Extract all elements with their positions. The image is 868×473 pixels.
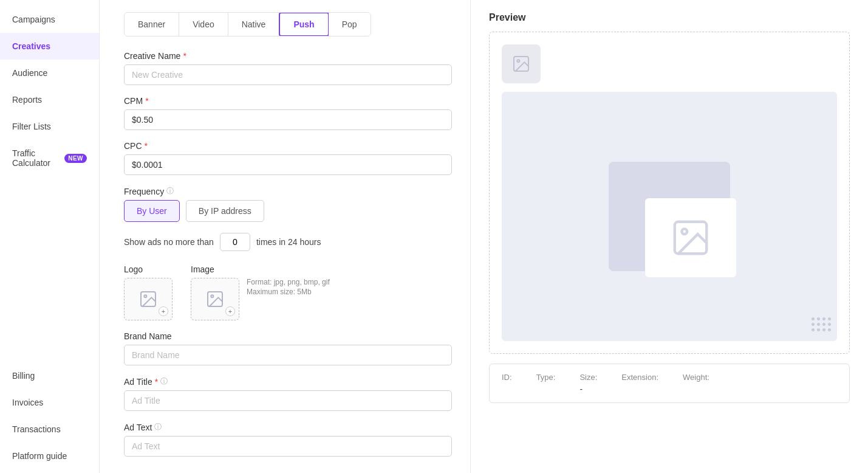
svg-point-1	[144, 295, 146, 297]
sidebar-item-traffic-calculator-label: Traffic Calculator	[12, 148, 60, 168]
main-area: Banner Video Native Push Pop Creative Na…	[100, 0, 868, 473]
sidebar-item-platform-guide-label: Platform guide	[12, 451, 67, 461]
tab-push[interactable]: Push	[279, 12, 329, 36]
sidebar-item-reports[interactable]: Reports	[0, 86, 99, 113]
sidebar-item-transactions[interactable]: Transactions	[0, 416, 99, 443]
upload-info: Format: jpg, png, bmp, gif Maximum size:…	[247, 278, 330, 297]
show-ads-suffix: times in 24 hours	[256, 237, 321, 247]
show-ads-row: Show ads no more than times in 24 hours	[124, 233, 452, 251]
sidebar-item-filter-lists[interactable]: Filter Lists	[0, 113, 99, 140]
cpc-input[interactable]	[124, 154, 452, 175]
cpc-group: CPC *	[124, 141, 452, 175]
tab-banner[interactable]: Banner	[125, 13, 179, 36]
new-badge: NEW	[64, 154, 87, 163]
preview-title: Preview	[489, 12, 850, 23]
info-size-value: -	[579, 384, 597, 394]
cpm-group: CPM *	[124, 96, 452, 130]
preview-large-area	[502, 92, 837, 341]
upload-max-size: Maximum size: 5Mb	[247, 288, 330, 296]
image-upload-box[interactable]: +	[191, 278, 239, 320]
brand-name-group: Brand Name	[124, 331, 452, 365]
info-size-label: Size:	[579, 373, 597, 382]
frequency-group: Frequency ⓘ By User By IP address	[124, 186, 452, 222]
sidebar-item-invoices-label: Invoices	[12, 398, 43, 407]
content-area: Banner Video Native Push Pop Creative Na…	[100, 0, 868, 473]
sidebar-item-transactions-label: Transactions	[12, 424, 61, 434]
preview-small-icon	[502, 44, 541, 83]
sidebar-item-campaigns-label: Campaigns	[12, 15, 55, 24]
tab-video[interactable]: Video	[179, 13, 228, 36]
preview-panel: Preview	[470, 0, 868, 473]
show-ads-prefix: Show ads no more than	[124, 237, 214, 247]
info-type-label: Type:	[536, 373, 556, 382]
upload-format: Format: jpg, png, bmp, gif	[247, 278, 330, 286]
info-cell-size: Size: -	[579, 373, 597, 394]
info-table: ID: Type: Size: - Extension:	[489, 364, 850, 403]
tab-native[interactable]: Native	[228, 13, 280, 36]
sidebar-item-billing-label: Billing	[12, 371, 35, 381]
info-cell-extension: Extension:	[621, 373, 658, 384]
cpm-input[interactable]	[124, 109, 452, 130]
info-cell-weight: Weight:	[683, 373, 709, 384]
ad-text-info-icon[interactable]: ⓘ	[154, 422, 162, 432]
logo-upload-col: Logo +	[124, 264, 173, 320]
info-weight-label: Weight:	[683, 373, 709, 382]
ad-title-input[interactable]	[124, 390, 452, 411]
ad-title-info-icon[interactable]: ⓘ	[160, 376, 168, 387]
show-ads-input[interactable]	[220, 233, 250, 251]
upload-row: Logo + Image	[124, 264, 452, 320]
sidebar-item-audience-label: Audience	[12, 68, 47, 78]
creative-name-group: Creative Name *	[124, 51, 452, 85]
form-panel: Banner Video Native Push Pop Creative Na…	[100, 0, 470, 473]
svg-point-5	[517, 60, 519, 62]
freq-by-user[interactable]: By User	[124, 200, 180, 222]
preview-mockup	[489, 32, 850, 354]
frequency-label: Frequency ⓘ	[124, 186, 452, 196]
sidebar-item-billing[interactable]: Billing	[0, 362, 99, 389]
sidebar-item-audience[interactable]: Audience	[0, 60, 99, 86]
svg-point-7	[682, 229, 687, 234]
info-table-row: ID: Type: Size: - Extension:	[502, 373, 837, 394]
creative-name-input[interactable]	[124, 64, 452, 85]
info-cell-id: ID:	[502, 373, 512, 384]
sidebar-item-traffic-calculator[interactable]: Traffic Calculator NEW	[0, 140, 99, 176]
cpm-label: CPM *	[124, 96, 452, 106]
sidebar-item-invoices[interactable]: Invoices	[0, 389, 99, 416]
sidebar-item-platform-guide[interactable]: Platform guide	[0, 443, 99, 473]
brand-name-label: Brand Name	[124, 331, 452, 341]
svg-point-3	[211, 295, 213, 297]
frequency-info-icon[interactable]: ⓘ	[166, 186, 174, 196]
preview-inner-image	[645, 198, 736, 277]
sidebar: Campaigns Creatives Audience Reports Fil…	[0, 0, 100, 473]
preview-center-image	[609, 162, 730, 271]
tab-pop[interactable]: Pop	[329, 13, 371, 36]
tab-row: Banner Video Native Push Pop	[124, 12, 371, 36]
logo-label: Logo	[124, 264, 173, 274]
image-upload-col: Image + Format: jpg, png, bmp, gif	[191, 264, 330, 320]
ad-title-label: Ad Title * ⓘ	[124, 376, 452, 387]
brand-name-input[interactable]	[124, 345, 452, 365]
ad-title-group: Ad Title * ⓘ	[124, 376, 452, 411]
sidebar-item-reports-label: Reports	[12, 95, 42, 105]
image-label: Image	[191, 264, 330, 274]
ad-text-input[interactable]	[124, 436, 452, 457]
info-cell-type: Type:	[536, 373, 556, 384]
dots-decoration	[812, 317, 831, 331]
freq-by-ip[interactable]: By IP address	[186, 200, 264, 222]
info-extension-label: Extension:	[621, 373, 658, 382]
frequency-options: By User By IP address	[124, 200, 452, 222]
logo-upload-plus-icon: +	[159, 306, 168, 316]
cpc-label: CPC *	[124, 141, 452, 151]
ad-text-group: Ad Text ⓘ	[124, 422, 452, 457]
image-upload-plus-icon: +	[225, 306, 235, 316]
logo-upload-box[interactable]: +	[124, 278, 173, 320]
creative-name-label: Creative Name *	[124, 51, 452, 61]
sidebar-item-creatives[interactable]: Creatives	[0, 33, 99, 60]
sidebar-item-campaigns[interactable]: Campaigns	[0, 6, 99, 33]
sidebar-item-creatives-label: Creatives	[12, 41, 50, 51]
ad-text-label: Ad Text ⓘ	[124, 422, 452, 432]
info-id-label: ID:	[502, 373, 512, 382]
creative-name-required: *	[183, 51, 186, 61]
sidebar-item-filter-lists-label: Filter Lists	[12, 122, 51, 131]
